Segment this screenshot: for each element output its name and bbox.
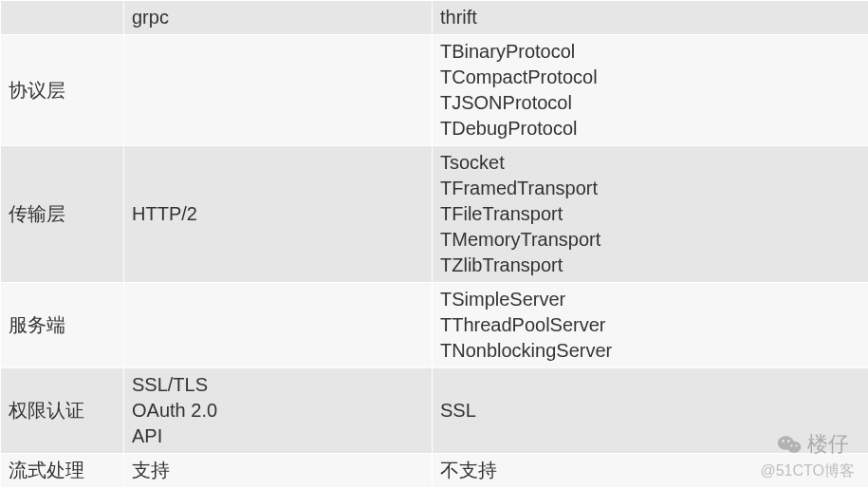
cell-grpc [124,35,433,146]
comparison-table: grpc thrift 协议层 TBinaryProtocol TCompact… [0,0,868,488]
cell-thrift: SSL [433,368,869,454]
cell-thrift: 不支持 [433,454,869,488]
table-row: 权限认证 SSL/TLS OAuth 2.0 API SSL [1,368,869,454]
cell-thrift: TSimpleServer TThreadPoolServer TNonbloc… [433,283,869,368]
cell-thrift: TBinaryProtocol TCompactProtocol TJSONPr… [433,35,869,146]
header-grpc: grpc [124,1,433,35]
cell-grpc: 支持 [124,454,433,488]
table-row: 服务端 TSimpleServer TThreadPoolServer TNon… [1,283,869,368]
cell-grpc: SSL/TLS OAuth 2.0 API [124,368,433,454]
row-label: 服务端 [1,283,124,368]
header-blank [1,1,124,35]
cell-grpc [124,283,433,368]
row-label: 流式处理 [1,454,124,488]
table-header-row: grpc thrift [1,1,869,35]
cell-grpc: HTTP/2 [124,146,433,283]
cell-thrift: Tsocket TFramedTransport TFileTransport … [433,146,869,283]
table-row: 传输层 HTTP/2 Tsocket TFramedTransport TFil… [1,146,869,283]
row-label: 权限认证 [1,368,124,454]
row-label: 传输层 [1,146,124,283]
row-label: 协议层 [1,35,124,146]
header-thrift: thrift [433,1,869,35]
table-row: 协议层 TBinaryProtocol TCompactProtocol TJS… [1,35,869,146]
table-row: 流式处理 支持 不支持 [1,454,869,488]
